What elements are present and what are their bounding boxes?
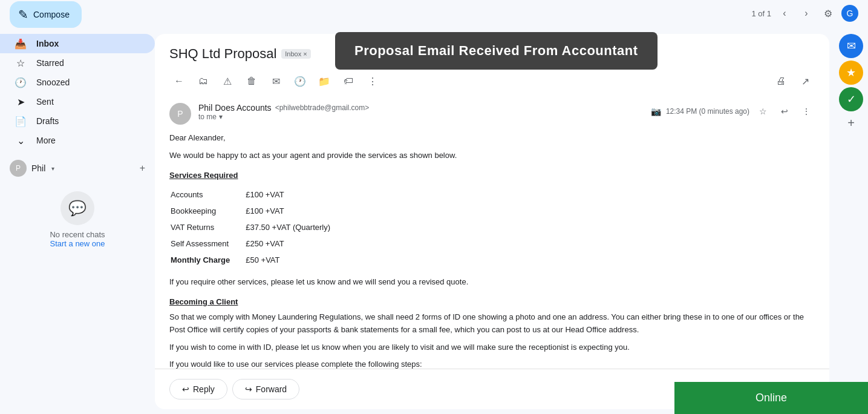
mail-icon[interactable]: ✉ (266, 71, 286, 91)
no-chats-text: No recent chats (10, 230, 145, 239)
sent-icon: ➤ (15, 96, 27, 108)
reply-quick-icon[interactable]: ↩ (776, 103, 793, 120)
service-price-vat: £37.50 +VAT (Quarterly) (246, 220, 345, 235)
visit-text: If you wish to come in with ID, please l… (169, 341, 815, 354)
sidebar-user[interactable]: P Phil ▾ + (0, 155, 155, 182)
table-row: Accounts £100 +VAT (171, 188, 345, 203)
message-time: 12:34 PM (0 minutes ago) (666, 107, 749, 116)
sidebar-label-snoozed: Snoozed (36, 77, 70, 87)
service-price-self-assessment: £250 +VAT (246, 237, 345, 252)
becoming-client-header: Becoming a Client (169, 296, 815, 309)
service-name-vat: VAT Returns (171, 220, 244, 235)
service-name-self-assessment: Self Assessment (171, 237, 244, 252)
inbox-icon: 📥 (15, 38, 27, 50)
service-price-bookkeeping: £100 +VAT (246, 204, 345, 219)
sidebar-label-drafts: Drafts (36, 116, 59, 126)
toolbar-right: 🖨 ↗ (771, 71, 815, 91)
settings-icon[interactable]: ⚙ (820, 5, 837, 22)
compose-button[interactable]: ✎ Compose (10, 1, 82, 28)
email-toolbar: ← 🗂 ⚠ 🗑 ✉ 🕐 📁 🏷 ⋮ 🖨 ↗ (169, 71, 815, 91)
service-name-monthly: Monthly Charge (171, 253, 244, 268)
back-icon[interactable]: ← (169, 71, 189, 91)
message-header: P Phil Does Accounts <philwebbtrade@gmai… (169, 96, 815, 132)
sender-email: <philwebbtrade@gmail.com> (275, 104, 370, 112)
becoming-client-text: So that we comply with Money Laundering … (169, 311, 815, 337)
forward-button[interactable]: ↪ Forward (232, 379, 299, 399)
more-message-icon[interactable]: ⋮ (798, 103, 815, 120)
online-badge[interactable]: Online (674, 382, 868, 414)
more-toolbar-icon[interactable]: ⋮ (363, 71, 382, 91)
right-circle-blue[interactable]: ✉ (839, 34, 863, 58)
move-icon[interactable]: 📁 (315, 71, 334, 91)
more-icon: ⌄ (15, 135, 27, 146)
revised-quote-text: If you require other services, please le… (169, 276, 815, 289)
sidebar-label-starred: Starred (36, 58, 64, 68)
chat-icon: 💬 (60, 191, 94, 225)
table-row: Monthly Charge £50 +VAT (171, 253, 345, 268)
right-sidebar: ✉ ★ ✓ + (834, 29, 868, 414)
service-price-monthly: £50 +VAT (246, 253, 345, 268)
sidebar-label-inbox: Inbox (36, 39, 59, 48)
prev-page-button[interactable]: ‹ (776, 5, 793, 22)
right-circle-yellow[interactable]: ★ (839, 61, 863, 85)
email-subject-row: SHQ Ltd Proposal Inbox × (169, 46, 815, 62)
sender-avatar: P (169, 103, 191, 125)
start-chat-link[interactable]: Start a new one (50, 239, 105, 248)
report-icon[interactable]: ⚠ (218, 71, 237, 91)
drafts-icon: 📄 (15, 116, 27, 127)
compose-icon: ✎ (18, 7, 28, 22)
service-name-bookkeeping: Bookkeeping (171, 204, 244, 219)
message-body: Dear Alexander, We would be happy to act… (169, 132, 815, 369)
account-avatar[interactable]: G (841, 5, 858, 22)
table-row: Bookkeeping £100 +VAT (171, 204, 345, 219)
message-meta: 📷 12:34 PM (0 minutes ago) ☆ ↩ ⋮ (651, 103, 815, 120)
chat-section: 💬 No recent chats Start a new one (0, 182, 155, 258)
sidebar-item-drafts[interactable]: 📄 Drafts (0, 111, 155, 131)
page-count: 1 of 1 (751, 9, 771, 18)
main-layout: 📥 Inbox ☆ Starred 🕐 Snoozed ➤ Sent 📄 Dra… (0, 29, 868, 414)
forward-icon: ↪ (245, 384, 252, 394)
add-user-icon[interactable]: + (140, 163, 145, 174)
sidebar-item-more[interactable]: ⌄ More (0, 131, 155, 150)
sidebar-label-sent: Sent (36, 97, 54, 107)
sidebar-label-more: More (36, 136, 56, 145)
expand-recipients-icon[interactable]: ▾ (219, 113, 223, 121)
sender-info: Phil Does Accounts <philwebbtrade@gmail.… (198, 103, 644, 121)
reply-icon: ↩ (182, 384, 189, 394)
sender-name: Phil Does Accounts (198, 103, 272, 113)
sidebar-item-starred[interactable]: ☆ Starred (0, 53, 155, 73)
delete-icon[interactable]: 🗑 (242, 71, 261, 91)
user-name: Phil (31, 163, 45, 173)
service-price-accounts: £100 +VAT (246, 188, 345, 203)
archive-icon[interactable]: 🗂 (194, 71, 213, 91)
sidebar-item-inbox[interactable]: 📥 Inbox (0, 34, 155, 53)
message-container: P Phil Does Accounts <philwebbtrade@gmai… (155, 96, 829, 369)
top-bar: ✎ Compose (0, 0, 868, 29)
user-avatar: P (10, 160, 27, 177)
snooze-icon[interactable]: 🕐 (290, 71, 310, 91)
inbox-badge[interactable]: Inbox × (281, 49, 310, 59)
sidebar-item-snoozed[interactable]: 🕐 Snoozed (0, 73, 155, 92)
forward-label: Forward (256, 384, 287, 394)
right-circle-green[interactable]: ✓ (839, 87, 863, 111)
steps-intro: If you would like to use our services pl… (169, 358, 815, 369)
to-me-text: to me (198, 113, 217, 121)
reply-button[interactable]: ↩ Reply (169, 379, 227, 399)
intro-text: We would be happy to act as your agent a… (169, 150, 815, 162)
email-subject-text: SHQ Ltd Proposal (169, 46, 276, 62)
services-table: Accounts £100 +VAT Bookkeeping £100 +VAT… (169, 186, 346, 269)
snoozed-icon: 🕐 (15, 77, 27, 88)
email-area: SHQ Ltd Proposal Inbox × ← 🗂 ⚠ 🗑 ✉ 🕐 📁 🏷… (155, 34, 829, 409)
label-icon[interactable]: 🏷 (339, 71, 358, 91)
online-text: Online (755, 392, 787, 404)
reply-label: Reply (193, 384, 215, 394)
external-icon[interactable]: ↗ (795, 71, 815, 91)
sidebar-item-sent[interactable]: ➤ Sent (0, 92, 155, 111)
greeting: Dear Alexander, (169, 132, 815, 145)
top-right-controls: 1 of 1 ‹ › ⚙ G (751, 5, 858, 22)
right-add-button[interactable]: + (847, 116, 855, 130)
email-header: SHQ Ltd Proposal Inbox × ← 🗂 ⚠ 🗑 ✉ 🕐 📁 🏷… (155, 34, 829, 96)
print-icon[interactable]: 🖨 (771, 71, 791, 91)
next-page-button[interactable]: › (798, 5, 815, 22)
star-icon[interactable]: ☆ (754, 103, 771, 120)
